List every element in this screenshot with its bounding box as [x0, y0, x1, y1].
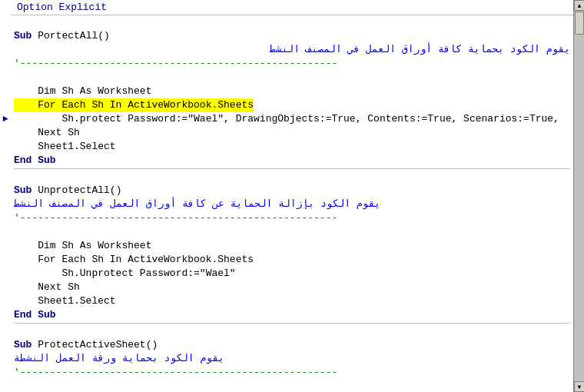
scroll-thumb[interactable]	[575, 12, 584, 35]
sub-name-2: UnprotectAll()	[38, 184, 121, 198]
sh-unprotect-text: Sh.Unprotect Password:="Wael"	[14, 267, 236, 281]
separator-1: '---------------------------------------…	[14, 57, 570, 71]
sh-protect-text: Sh.protect Password:="Wael", DrawingObje…	[14, 112, 559, 126]
next-sh-1: Next Sh	[14, 126, 570, 140]
header-bar: Option Explicit	[11, 0, 573, 15]
sub-name-1: PortectAll()	[38, 29, 110, 43]
keyword-sub-1: Sub	[14, 29, 38, 43]
blank-line-1	[14, 15, 570, 29]
separator-text-3: '---------------------------------------…	[14, 366, 337, 380]
option-explicit-label: Option Explicit	[17, 2, 107, 13]
sh-protect-line: Sh.protect Password:="Wael", DrawingObje…	[14, 112, 570, 126]
blank-line-6	[14, 380, 570, 392]
editor-container: ► Option Explicit Sub PortectAll() يقوم …	[0, 0, 584, 392]
arabic-comment-2: يقوم الكود بإزالة الحماية عن كافة أوراق …	[14, 198, 570, 211]
sub-unprotect-all-declaration: Sub UnprotectAll()	[14, 184, 570, 198]
sheet1-select-text-2: Sheet1.Select	[14, 294, 116, 308]
blank-line-2	[14, 71, 570, 85]
keyword-sub-2: Sub	[14, 184, 38, 198]
section-unprotect-all: Sub UnprotectAll() يقوم الكود بإزالة الح…	[14, 170, 570, 322]
end-sub-1: End Sub	[14, 154, 570, 168]
section-protect-active: Sub ProtectActiveSheet() يقوم الكود بحما…	[14, 324, 570, 392]
dim-sh-text-2: Dim Sh As Worksheet	[14, 239, 151, 253]
sh-unprotect: Sh.Unprotect Password:="Wael"	[14, 267, 570, 281]
section-protect-all: Sub PortectAll() يقوم الكود بحماية كافة …	[14, 15, 570, 168]
execution-arrow: ►	[0, 112, 11, 126]
scroll-track[interactable]	[574, 11, 584, 381]
for-each-text-2: For Each Sh In ActiveWorkbook.Sheets	[14, 253, 254, 267]
scrollbar-vertical[interactable]: ▲ ▼	[573, 0, 584, 392]
section-divider-1	[14, 168, 570, 169]
arabic-text-3: يقوم الكود بحماية ورقة العمل النشطة	[14, 352, 224, 366]
separator-3: '---------------------------------------…	[14, 366, 570, 380]
arabic-text-1: يقوم الكود بحماية كافة أوراق العمل في ال…	[270, 43, 570, 57]
end-sub-keyword-1: End Sub	[14, 154, 56, 168]
section-divider-2	[14, 323, 570, 324]
sub-name-3: ProtectActiveSheet()	[38, 338, 158, 352]
dim-sh-1: Dim Sh As Worksheet	[14, 85, 570, 98]
next-sh-2: Next Sh	[14, 281, 570, 294]
code-content: Sub PortectAll() يقوم الكود بحماية كافة …	[11, 15, 573, 392]
scroll-up-button[interactable]: ▲	[574, 0, 584, 11]
arabic-text-2: يقوم الكود بإزالة الحماية عن كافة أوراق …	[14, 198, 380, 211]
arabic-comment-1: يقوم الكود بحماية كافة أوراق العمل في ال…	[14, 43, 570, 57]
sheet1-select-1: Sheet1.Select	[14, 140, 570, 154]
sub-protect-active-declaration: Sub ProtectActiveSheet()	[14, 338, 570, 352]
for-each-highlighted: For Each Sh In ActiveWorkbook.Sheets	[14, 98, 570, 112]
sheet1-select-2: Sheet1.Select	[14, 294, 570, 308]
for-each-text-highlight: For Each Sh In ActiveWorkbook.Sheets	[14, 98, 254, 112]
blank-line-3	[14, 170, 570, 184]
end-sub-keyword-2: End Sub	[14, 308, 56, 322]
sheet1-select-text-1: Sheet1.Select	[14, 140, 116, 154]
next-sh-text-2: Next Sh	[14, 281, 80, 294]
blank-line-4	[14, 225, 570, 239]
end-sub-2: End Sub	[14, 308, 570, 322]
for-each-2: For Each Sh In ActiveWorkbook.Sheets	[14, 253, 570, 267]
line-indicator: ►	[0, 0, 11, 392]
scroll-down-button[interactable]: ▼	[574, 381, 584, 392]
keyword-sub-3: Sub	[14, 338, 38, 352]
arabic-comment-3: يقوم الكود بحماية ورقة العمل النشطة	[14, 352, 570, 366]
next-sh-text-1: Next Sh	[14, 126, 80, 140]
dim-sh-2: Dim Sh As Worksheet	[14, 239, 570, 253]
separator-text-1: '---------------------------------------…	[14, 57, 337, 71]
sub-protect-all-declaration: Sub PortectAll()	[14, 29, 570, 43]
dim-sh-text-1: Dim Sh As Worksheet	[14, 85, 151, 98]
blank-line-5	[14, 324, 570, 338]
separator-text-2: '---------------------------------------…	[14, 211, 337, 225]
separator-2: '---------------------------------------…	[14, 211, 570, 225]
